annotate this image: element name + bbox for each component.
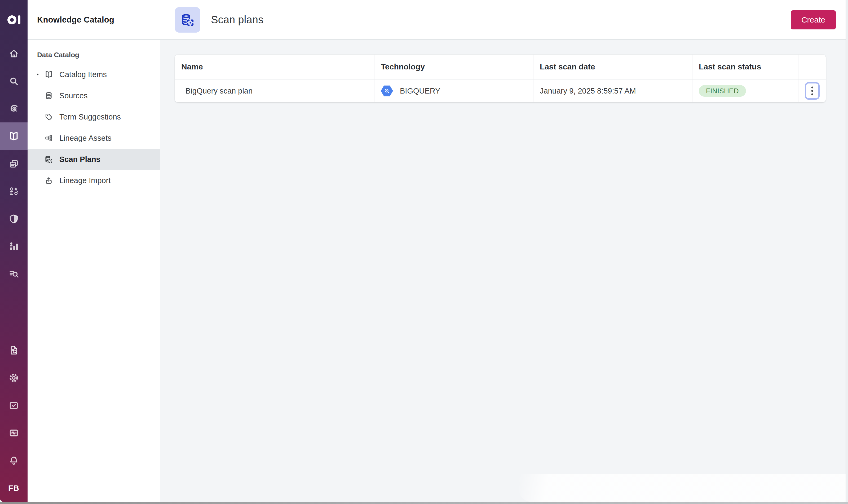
scan-plan-icon (42, 155, 56, 163)
page-icon-tile (175, 7, 200, 33)
sidebar-item-lineage-import[interactable]: Lineage Import (28, 170, 160, 191)
lineage-icon (42, 134, 56, 142)
column-header-technology: Technology (375, 55, 534, 79)
sidebar-item-label: Lineage Assets (59, 134, 112, 143)
rail-item-folders[interactable] (0, 150, 28, 178)
sidebar-section-label: Data Catalog (37, 51, 160, 59)
sidebar-item-lineage-assets[interactable]: Lineage Assets (28, 127, 160, 149)
checkbox-icon (8, 400, 19, 411)
last-scan-date: January 9, 2025 8:59:57 AM (534, 79, 692, 102)
sidebar-item-scan-plans[interactable]: Scan Plans (28, 149, 160, 170)
table-header-row: Name Technology Last scan date Last scan… (175, 55, 826, 79)
row-actions-button[interactable] (805, 82, 820, 100)
sidebar-item-term-suggestions[interactable]: Term Suggestions (28, 106, 160, 127)
sidebar-item-catalog-items[interactable]: Catalog Items (28, 64, 160, 85)
components-icon (8, 186, 19, 197)
column-header-actions (798, 55, 826, 79)
status-cell: FINISHED (692, 79, 798, 102)
sidebar-item-sources[interactable]: Sources (28, 85, 160, 106)
technology-label: BIGQUERY (400, 87, 440, 95)
rail-item-components[interactable] (0, 178, 28, 205)
tag-icon (42, 113, 56, 121)
reports-chart-icon (8, 241, 19, 252)
rail-item-profiling[interactable] (0, 95, 28, 122)
actions-cell (798, 79, 826, 102)
bigquery-icon (381, 85, 393, 96)
sidebar-header: Knowledge Catalog (28, 0, 160, 40)
scan-plans-table: Name Technology Last scan date Last scan… (175, 55, 826, 102)
brand-logo[interactable] (0, 0, 28, 40)
table-row[interactable]: BigQuery scan plan BIGQUERY (175, 79, 826, 102)
database-icon (42, 91, 56, 100)
column-header-last-scan-date: Last scan date (534, 55, 692, 79)
rail-item-audit[interactable] (0, 337, 28, 364)
rail-item-tasks[interactable] (0, 392, 28, 419)
sidebar-item-label: Sources (59, 91, 88, 100)
sidebar-item-label: Scan Plans (59, 155, 101, 164)
monitoring-pulse-icon (8, 428, 19, 438)
profiling-spiral-icon (8, 103, 19, 114)
home-icon (8, 48, 19, 59)
vertical-scrollbar[interactable] (846, 0, 848, 502)
user-avatar[interactable]: FB (0, 474, 28, 502)
technology-cell: BIGQUERY (375, 79, 534, 102)
sidebar-item-label: Catalog Items (59, 70, 107, 79)
upload-icon (42, 176, 56, 185)
kebab-menu-icon (811, 86, 813, 95)
rail-item-knowledge-catalog[interactable] (0, 122, 28, 150)
document-search-icon (8, 345, 19, 356)
bell-icon (8, 455, 19, 466)
rail-item-notifications[interactable] (0, 447, 28, 474)
rail-item-settings[interactable] (0, 364, 28, 392)
sidebar: Knowledge Catalog Data Catalog Catalog I… (28, 0, 160, 502)
sidebar-title: Knowledge Catalog (37, 15, 114, 25)
content-area: Name Technology Last scan date Last scan… (160, 40, 848, 502)
sidebar-item-label: Term Suggestions (59, 113, 121, 121)
search-icon (8, 76, 19, 86)
column-header-name: Name (175, 55, 375, 79)
rail-item-discovery[interactable] (0, 260, 28, 288)
rail-item-governance[interactable] (0, 205, 28, 233)
scan-plan-icon (180, 13, 195, 27)
bottom-corner-sheet (519, 474, 846, 502)
horizontal-scrollbar[interactable] (0, 502, 848, 504)
rail-item-reports[interactable] (0, 233, 28, 260)
list-search-icon (8, 269, 19, 279)
main-area: Scan plans Create Name Technology Last s… (160, 0, 848, 502)
folders-icon (8, 159, 19, 169)
knowledge-catalog-book-icon (8, 131, 19, 142)
ataccama-logo-icon (7, 15, 20, 24)
column-header-last-scan-status: Last scan status (692, 55, 798, 79)
rail-item-search[interactable] (0, 67, 28, 95)
page-title: Scan plans (211, 14, 264, 26)
screen: FB Knowledge Catalog Data Catalog Catalo… (0, 0, 848, 504)
sidebar-item-label: Lineage Import (59, 176, 110, 185)
icon-rail: FB (0, 0, 28, 502)
page-header: Scan plans Create (160, 0, 848, 40)
status-badge: FINISHED (699, 85, 746, 97)
app-window: FB Knowledge Catalog Data Catalog Catalo… (0, 0, 848, 502)
scan-plan-name[interactable]: BigQuery scan plan (175, 79, 375, 102)
create-button[interactable]: Create (791, 10, 836, 30)
shield-icon (8, 214, 19, 224)
user-initials: FB (8, 484, 19, 492)
gear-icon (8, 373, 19, 383)
book-open-icon (42, 70, 56, 79)
rail-item-home[interactable] (0, 40, 28, 67)
rail-item-monitoring[interactable] (0, 419, 28, 447)
expand-caret-icon[interactable] (28, 72, 40, 77)
